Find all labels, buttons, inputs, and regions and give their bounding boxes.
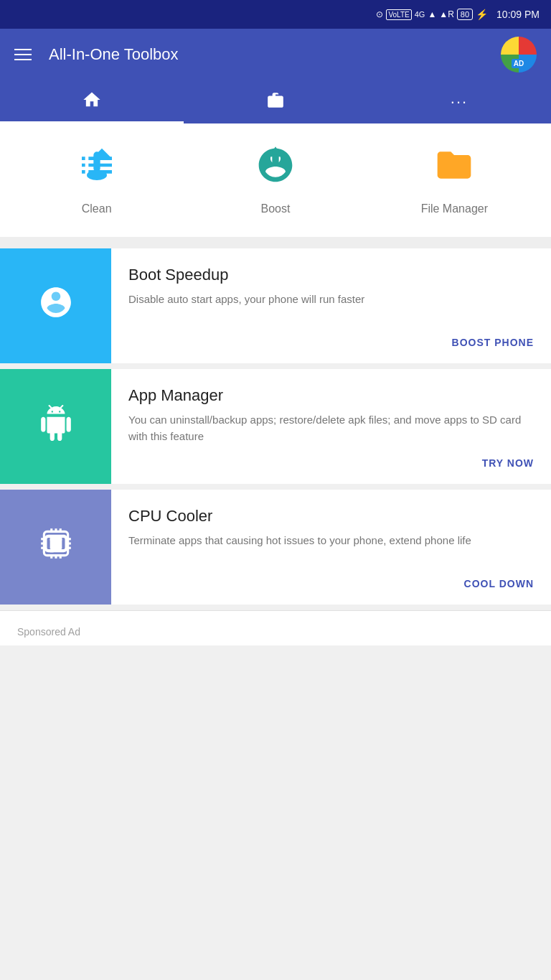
more-dots-icon: ··· — [451, 93, 468, 111]
cpu-cooler-card-icon-bg — [0, 490, 111, 605]
boot-speedup-action: BOOST PHONE — [128, 336, 534, 349]
battery-level-icon: 80 — [457, 9, 473, 20]
boot-speedup-card: Boot Speedup Disable auto start apps, yo… — [0, 248, 551, 363]
tab-tools[interactable] — [184, 80, 367, 123]
cpu-cooler-card-content: CPU Cooler Terminate apps that causing h… — [111, 490, 551, 605]
quick-action-boost[interactable]: Boost — [232, 145, 319, 215]
quick-action-clean[interactable]: Clean — [54, 145, 140, 215]
status-icons: ⊙ VoLTE 4G ▲ ▲R 80 ⚡ — [376, 9, 488, 20]
sponsored-ad-bar: Sponsored Ad — [0, 610, 551, 645]
status-bar: ⊙ VoLTE 4G ▲ ▲R 80 ⚡ 10:09 PM — [0, 0, 551, 29]
svg-rect-5 — [50, 538, 62, 550]
ad-label: AD — [512, 59, 526, 68]
cpu-cooler-desc: Terminate apps that causing hot issues t… — [128, 533, 534, 549]
boost-icon — [255, 145, 296, 194]
cpu-cooler-icon — [38, 526, 74, 569]
clean-label: Clean — [82, 202, 112, 215]
boost-phone-button[interactable]: BOOST PHONE — [452, 337, 534, 348]
app-manager-icon — [38, 405, 74, 448]
app-manager-card-icon-bg — [0, 369, 111, 484]
try-now-button[interactable]: TRY NOW — [482, 457, 534, 469]
network-4g-icon: 4G — [415, 10, 425, 19]
app-manager-action: TRY NOW — [128, 457, 534, 470]
boot-speedup-title: Boot Speedup — [128, 266, 534, 284]
wifi-icon: ⊙ — [376, 9, 383, 19]
cpu-cooler-action: COOL DOWN — [128, 577, 534, 590]
separator-1 — [0, 237, 551, 248]
quick-action-file-manager[interactable]: File Manager — [411, 145, 497, 215]
sponsored-label: Sponsored Ad — [17, 626, 80, 638]
briefcase-icon — [266, 90, 285, 114]
quick-actions: Clean Boost File Manager — [0, 123, 551, 237]
app-manager-card: App Manager You can uninstall/backup app… — [0, 369, 551, 484]
folder-icon — [434, 145, 474, 194]
boot-speedup-desc: Disable auto start apps, your phone will… — [128, 291, 534, 308]
cpu-cooler-card: CPU Cooler Terminate apps that causing h… — [0, 490, 551, 605]
boot-speedup-card-icon-bg — [0, 248, 111, 363]
svg-point-2 — [272, 149, 278, 155]
cpu-cooler-title: CPU Cooler — [128, 507, 534, 526]
signal-icon: ▲ — [428, 9, 436, 19]
svg-rect-0 — [93, 151, 100, 172]
boot-speedup-card-content: Boot Speedup Disable auto start apps, yo… — [111, 248, 551, 363]
file-manager-label: File Manager — [421, 202, 488, 215]
ad-badge[interactable]: AD — [501, 37, 537, 73]
boost-label: Boost — [261, 202, 291, 215]
signal-r-icon: ▲R — [439, 9, 454, 19]
home-icon — [82, 90, 102, 115]
volte-icon: VoLTE — [386, 9, 411, 20]
app-bar: All-In-One Toolbox AD — [0, 29, 551, 80]
menu-button[interactable] — [14, 49, 32, 60]
app-manager-card-content: App Manager You can uninstall/backup app… — [111, 369, 551, 484]
boot-speedup-icon — [38, 284, 74, 327]
battery-charging-icon: ⚡ — [476, 9, 488, 20]
app-title: All-In-One Toolbox — [49, 45, 501, 64]
status-time: 10:09 PM — [496, 9, 540, 20]
tab-more[interactable]: ··· — [367, 80, 551, 123]
app-manager-desc: You can uninstall/backup apps; restore/d… — [128, 412, 534, 444]
tab-bar: ··· — [0, 80, 551, 123]
svg-point-1 — [87, 170, 107, 180]
app-manager-title: App Manager — [128, 386, 534, 405]
tab-home[interactable] — [0, 80, 184, 123]
cool-down-button[interactable]: COOL DOWN — [464, 578, 534, 589]
clean-icon — [77, 145, 117, 194]
